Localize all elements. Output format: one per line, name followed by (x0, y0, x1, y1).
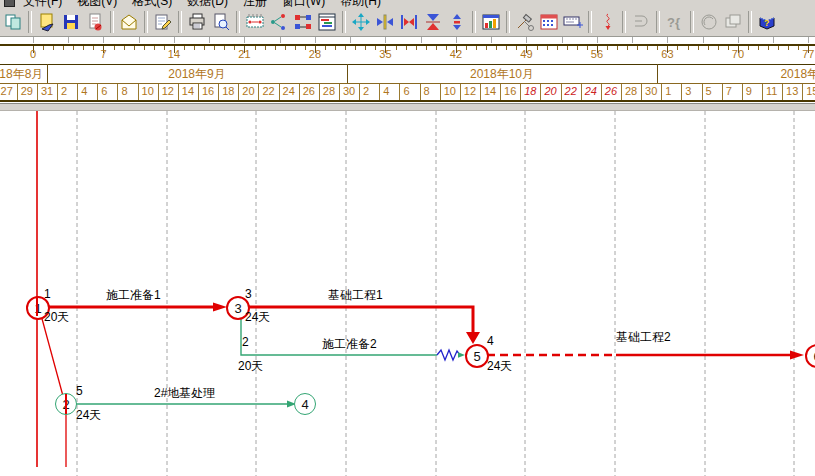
halfweek-tick (773, 37, 774, 43)
day-tick (355, 46, 356, 50)
month-divider (47, 64, 48, 83)
menu-item-3[interactable]: 数据(D) (187, 0, 228, 8)
export-page-icon[interactable] (83, 10, 107, 34)
day-tick (657, 46, 658, 50)
activity-name-3[interactable]: 基础工程1 (328, 287, 383, 304)
day-tick (144, 46, 145, 50)
day-tick (265, 46, 266, 50)
day-tick (587, 46, 588, 50)
date-cell: 6 (97, 84, 117, 100)
svg-text:?: ? (764, 18, 770, 28)
activity-duration-2[interactable]: 20天 (238, 358, 263, 375)
network-canvas[interactable]: 1234561施工准备120天3基础工程124天2施工准备220天4基础工程22… (0, 111, 815, 476)
month-divider (347, 64, 348, 83)
day-tick (335, 46, 336, 50)
day-tick (416, 46, 417, 50)
activity-code-2[interactable]: 2 (242, 335, 249, 349)
distribute-v-icon[interactable] (445, 10, 469, 34)
help-context-icon[interactable]: ?{ (663, 10, 687, 34)
halfweek-tick (667, 37, 668, 43)
day-tick (768, 46, 769, 50)
halfweek-tick (33, 37, 34, 43)
date-cell: 11 (762, 84, 782, 100)
print-preview-icon[interactable] (209, 10, 233, 34)
menu-item-4[interactable]: 注册 (243, 0, 267, 8)
collapse-v-icon[interactable] (421, 10, 445, 34)
event-node-5[interactable]: 5 (465, 344, 489, 368)
date-cell: 2 (57, 84, 77, 100)
date-cell: 13 (782, 84, 802, 100)
network-icon[interactable] (267, 10, 291, 34)
cascade-icon[interactable] (721, 10, 745, 34)
activity-duration-4[interactable]: 24天 (487, 358, 512, 375)
day-tick (718, 46, 719, 50)
menu-item-6[interactable]: 帮助(H) (340, 0, 381, 8)
edit-note-icon[interactable] (151, 10, 175, 34)
event-node-6[interactable]: 6 (805, 344, 815, 368)
activity-name-1[interactable]: 施工准备1 (106, 287, 161, 304)
activity-duration-5[interactable]: 24天 (76, 407, 101, 424)
day-tick (547, 46, 548, 50)
grid-lines (77, 111, 794, 476)
toolbar-group-9 (595, 10, 619, 34)
activity-duration-3[interactable]: 24天 (245, 309, 270, 326)
date-cell: 4 (77, 84, 97, 100)
day-tick (486, 46, 487, 50)
date-cell: 31 (37, 84, 57, 100)
event-node-4[interactable]: 4 (294, 393, 316, 415)
week-number: 0 (30, 48, 36, 60)
halfweek-tick (385, 37, 386, 43)
activity-name-5[interactable]: 2#地基处理 (154, 385, 215, 402)
save-icon[interactable] (59, 10, 83, 34)
new-project-icon[interactable] (35, 10, 59, 34)
date-cell-holiday: 18 (520, 84, 540, 100)
day-tick (43, 46, 44, 50)
tools-icon[interactable] (513, 10, 537, 34)
collapse-h-icon[interactable] (397, 10, 421, 34)
toolbar-group-8 (513, 10, 585, 34)
week-number: 21 (238, 48, 250, 60)
month-row-top-line (0, 64, 815, 65)
activity-name-4[interactable]: 基础工程2 (616, 329, 671, 346)
day-tick (285, 46, 286, 50)
menu-item-5[interactable]: 窗口(W) (282, 0, 325, 8)
menu-item-1[interactable]: 视图(V) (77, 0, 117, 8)
activity-duration-1[interactable]: 20天 (44, 309, 69, 326)
statistics-icon[interactable] (479, 10, 503, 34)
activity-name-2[interactable]: 施工准备2 (322, 336, 377, 353)
date-cell: 20 (238, 84, 258, 100)
keyboard-add-icon[interactable] (561, 10, 585, 34)
disabled-circle-icon[interactable] (697, 10, 721, 34)
squiggle-icon[interactable] (595, 10, 619, 34)
activity-code-3[interactable]: 3 (245, 287, 252, 301)
day-tick (224, 46, 225, 50)
gantt-frame-icon[interactable] (315, 10, 339, 34)
menu-item-2[interactable]: 格式(S) (132, 0, 172, 8)
open-envelope-icon[interactable] (117, 10, 141, 34)
day-tick (557, 46, 558, 50)
help-book-icon[interactable]: ? (755, 10, 779, 34)
print-icon[interactable] (185, 10, 209, 34)
day-tick (637, 46, 638, 50)
date-cell: 10 (440, 84, 460, 100)
date-cell: 12 (158, 84, 178, 100)
day-tick (516, 46, 517, 50)
calendar-icon[interactable] (537, 10, 561, 34)
expand-h-icon[interactable] (373, 10, 397, 34)
node-link-icon[interactable] (291, 10, 315, 34)
activity-code-4[interactable]: 4 (487, 334, 494, 348)
week-number: 63 (661, 48, 673, 60)
date-cell-holiday: 26 (601, 84, 621, 100)
activity-code-5[interactable]: 5 (76, 384, 83, 398)
fit-cross-icon[interactable] (349, 10, 373, 34)
toolbar-separator (236, 11, 240, 33)
merge-bracket-icon[interactable] (629, 10, 653, 34)
halfweek-tick (491, 37, 492, 43)
timescale-icon[interactable] (243, 10, 267, 34)
paste-docs-icon[interactable] (1, 10, 25, 34)
svg-text:?{: ?{ (667, 15, 680, 30)
date-cell-holiday: 22 (561, 84, 581, 100)
menu-item-0[interactable]: 文件(F) (23, 0, 62, 8)
activity-code-1[interactable]: 1 (44, 287, 51, 301)
child-window-icon[interactable] (4, 0, 15, 7)
